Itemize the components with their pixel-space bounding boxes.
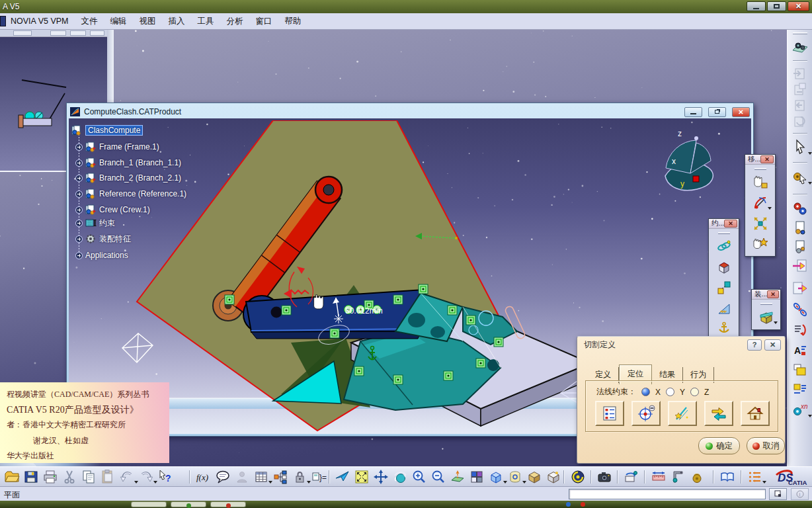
assembly-workbench-icon[interactable] — [792, 38, 809, 56]
radio-x[interactable] — [641, 388, 650, 396]
undo-icon[interactable] — [119, 469, 135, 485]
expand-icon[interactable] — [75, 252, 83, 259]
tree-item-label[interactable]: Crew (Crew.1) — [99, 205, 150, 214]
hidden-line-mode-icon[interactable] — [507, 469, 523, 485]
menu-window[interactable]: 窗口 — [256, 16, 272, 27]
fix-anchor-icon[interactable] — [716, 321, 732, 337]
product-gears-icon[interactable] — [792, 200, 809, 218]
snap-compass-icon[interactable] — [752, 195, 768, 211]
explode-icon[interactable] — [752, 216, 768, 232]
offset-constraint-icon[interactable] — [716, 280, 732, 296]
quad-view-icon[interactable] — [469, 469, 485, 485]
iso-view-icon[interactable] — [488, 469, 504, 485]
menu-file[interactable]: 文件 — [81, 16, 98, 27]
info-button[interactable]: i — [791, 488, 809, 500]
new-component-icon[interactable] — [792, 362, 809, 379]
cut-icon[interactable] — [61, 469, 77, 485]
taskbar-button[interactable] — [210, 501, 246, 507]
comment-icon[interactable] — [215, 469, 231, 485]
shading-mode-icon[interactable] — [526, 469, 542, 485]
menu-tools[interactable]: 工具 — [198, 16, 214, 27]
doc-close-button[interactable]: ✕ — [732, 107, 750, 117]
assembly-feature-toolbar[interactable]: 装...✕ — [751, 289, 781, 330]
tree-item-assembly-features[interactable]: 装配特征 — [75, 233, 131, 245]
select-cursor-icon[interactable] — [792, 139, 809, 156]
catalog-icon[interactable] — [792, 65, 809, 83]
constraint-list-button[interactable] — [595, 401, 624, 426]
power-input-field[interactable] — [569, 489, 766, 499]
tree-item-label[interactable]: 约束 — [99, 218, 115, 229]
formula-icon[interactable]: f(x) — [196, 469, 212, 485]
expand-icon[interactable] — [75, 235, 83, 243]
sketch-position-button[interactable] — [668, 401, 697, 426]
print-icon[interactable] — [42, 469, 58, 485]
equivalent-dimensions-icon[interactable]: }= — [311, 469, 327, 485]
window-maximize-button[interactable] — [767, 1, 786, 11]
shading-edges-icon[interactable] — [546, 469, 561, 485]
person-icon[interactable] — [234, 469, 250, 485]
catalog-book-icon[interactable] — [719, 469, 735, 485]
selection-tool-icon[interactable] — [792, 169, 809, 186]
ok-button[interactable]: 确定 — [698, 437, 740, 454]
expand-icon[interactable] — [75, 144, 83, 151]
toolbar-grip[interactable] — [718, 232, 730, 234]
window-close-button[interactable]: ✕ — [788, 1, 809, 11]
tree-item-label[interactable]: Frame (Frame.1) — [99, 142, 159, 151]
constraints-toolbar[interactable]: 约...✕ — [708, 218, 739, 341]
knowledge-links-icon[interactable] — [272, 469, 288, 485]
dialog-close-button[interactable]: ✕ — [764, 339, 781, 351]
menu-insert[interactable]: 插入 — [169, 16, 185, 27]
view-compass[interactable]: z x y — [665, 129, 713, 190]
toolbar-grip[interactable] — [793, 32, 807, 34]
window-minimize-button[interactable] — [747, 1, 766, 11]
tree-item-branch2[interactable]: Branch_2 (Branch_2.1) — [75, 172, 181, 184]
tray-icon[interactable] — [566, 502, 571, 507]
radio-z[interactable] — [690, 388, 699, 396]
angle-constraint-icon[interactable] — [716, 300, 732, 316]
tree-item-branch1[interactable]: Branch_1 (Branch_1.1) — [75, 157, 181, 169]
tree-item-crew[interactable]: Crew (Crew.1) — [75, 204, 150, 216]
close-icon[interactable]: ✕ — [724, 220, 737, 228]
tree-item-constraints[interactable]: 约束 — [75, 217, 115, 229]
tree-item-reference[interactable]: Reference (Reference.1) — [75, 188, 186, 200]
tray-icon[interactable] — [581, 502, 585, 507]
taskbar-button[interactable] — [131, 501, 167, 507]
zoom-out-icon[interactable] — [430, 469, 446, 485]
tree-item-label[interactable]: Branch_2 (Branch_2.1) — [99, 173, 181, 183]
swap-orientation-button[interactable] — [704, 401, 733, 426]
tree-item-applications[interactable]: Applications — [75, 249, 128, 261]
redo-icon[interactable] — [138, 469, 154, 485]
copy-icon[interactable] — [81, 469, 97, 485]
coincidence-constraint-icon[interactable] — [716, 239, 732, 255]
pan-icon[interactable] — [373, 469, 389, 485]
tree-root[interactable]: ClashCompute — [71, 124, 143, 136]
enter-component-icon[interactable] — [792, 257, 809, 275]
menu-edit[interactable]: 编辑 — [110, 16, 127, 27]
exit-component-icon[interactable] — [792, 280, 809, 297]
measure-item-icon[interactable] — [670, 469, 686, 485]
zoom-in-icon[interactable] — [411, 469, 427, 485]
fit-all-icon[interactable] — [354, 469, 370, 485]
expand-icon[interactable] — [75, 159, 83, 167]
move-toolbar[interactable]: 移...✕ — [745, 154, 776, 257]
measure-between-icon[interactable] — [651, 469, 667, 485]
tree-item-label[interactable]: 装配特征 — [99, 233, 131, 245]
fly-mode-icon[interactable] — [335, 469, 350, 485]
catalog-insert-icon[interactable] — [792, 97, 809, 114]
dialog-titlebar[interactable]: 切割定义 ? ✕ — [577, 337, 785, 353]
radio-y[interactable] — [666, 388, 674, 396]
inertia-weight-icon[interactable] — [689, 469, 705, 485]
toolbar-grip[interactable] — [760, 303, 772, 305]
tree-item-label[interactable]: Reference (Reference.1) — [99, 189, 186, 198]
break-link-icon[interactable] — [792, 301, 809, 318]
save-icon[interactable] — [23, 469, 39, 485]
turntable-icon[interactable] — [623, 469, 639, 485]
tree-item-label[interactable]: Applications — [85, 251, 128, 260]
update-swirl-icon[interactable] — [570, 469, 586, 485]
target-position-button[interactable] — [631, 401, 661, 426]
expand-icon[interactable] — [75, 175, 83, 182]
expand-icon[interactable] — [75, 190, 83, 198]
rotate-icon[interactable] — [392, 469, 408, 485]
doc-minimize-button[interactable] — [684, 107, 702, 117]
dialog-toggle-button[interactable] — [769, 488, 787, 500]
